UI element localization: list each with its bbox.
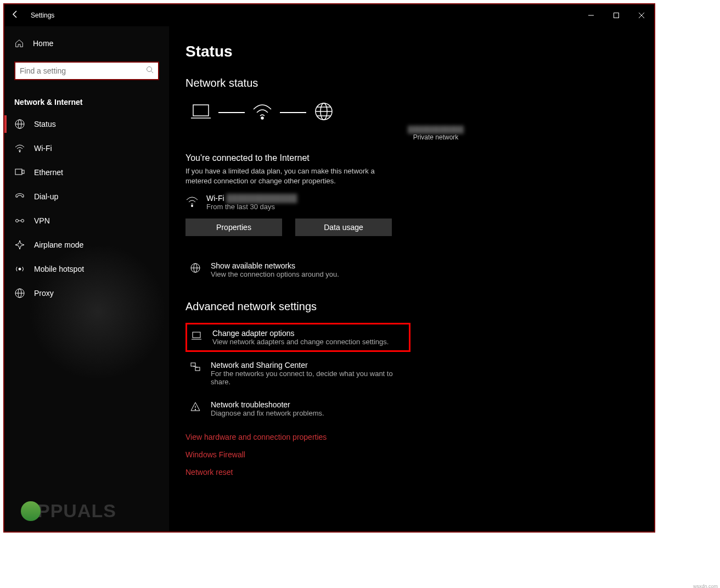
button-row: Properties Data usage <box>185 219 638 236</box>
nav-label: Dial-up <box>34 192 58 201</box>
sidebar-item-vpn[interactable]: VPN <box>4 209 169 233</box>
home-icon <box>14 38 24 48</box>
nav-label: Wi-Fi <box>34 144 52 153</box>
svg-point-12 <box>16 220 19 222</box>
svg-point-15 <box>19 268 21 270</box>
globe-icon <box>312 102 336 124</box>
svg-point-27 <box>192 205 193 206</box>
troubleshooter-option[interactable]: Network troubleshooter Diagnose and fix … <box>185 395 410 423</box>
network-status-heading: Network status <box>185 77 638 89</box>
option-sub: View the connection options around you. <box>211 270 339 278</box>
home-label: Home <box>33 39 53 48</box>
option-title: Change adapter options <box>212 329 389 338</box>
main-pane: Status Network status ████████████ Priva… <box>169 26 654 531</box>
connection-row: Wi-Fi █████████████ From the last 30 day… <box>185 194 638 211</box>
reset-link[interactable]: Network reset <box>185 468 638 477</box>
sidebar-item-proxy[interactable]: Proxy <box>4 281 169 305</box>
sidebar-item-ethernet[interactable]: Ethernet <box>4 160 169 184</box>
sidebar-item-wifi[interactable]: Wi-Fi <box>4 136 169 160</box>
svg-point-21 <box>261 117 263 119</box>
sidebar-item-hotspot[interactable]: Mobile hotspot <box>4 257 169 281</box>
watermark-logo: PPUALS <box>21 500 116 522</box>
option-title: Show available networks <box>211 261 339 270</box>
svg-rect-33 <box>191 363 195 366</box>
close-button[interactable] <box>629 4 654 26</box>
wifi-icon <box>14 143 25 154</box>
sharing-icon <box>190 361 202 375</box>
sidebar-item-airplane[interactable]: Airplane mode <box>4 233 169 257</box>
change-adapter-option[interactable]: Change adapter options View network adap… <box>185 323 410 352</box>
window-controls <box>578 4 654 26</box>
svg-line-5 <box>151 71 154 74</box>
nav-label: Proxy <box>34 289 54 298</box>
nav-label: Status <box>34 120 56 128</box>
ethernet-icon <box>14 167 25 178</box>
svg-rect-31 <box>193 332 200 338</box>
maximize-button[interactable] <box>604 4 629 26</box>
option-title: Network and Sharing Center <box>211 361 406 369</box>
connection-name: Wi-Fi <box>206 194 224 203</box>
diagram-caption: ████████████ Private network <box>234 126 638 141</box>
titlebar: Settings <box>4 4 654 26</box>
wifi-icon <box>185 195 199 210</box>
svg-point-4 <box>147 67 152 72</box>
minimize-button[interactable] <box>578 4 604 26</box>
properties-button[interactable]: Properties <box>185 219 282 236</box>
sidebar-item-dialup[interactable]: Dial-up <box>4 184 169 209</box>
svg-rect-10 <box>15 169 22 175</box>
network-diagram <box>189 102 638 124</box>
dialup-icon <box>14 191 25 202</box>
laptop-icon <box>189 102 213 124</box>
sidebar-item-status[interactable]: Status <box>4 112 169 136</box>
hardware-link[interactable]: View hardware and connection properties <box>185 433 638 441</box>
globe-icon <box>190 261 202 276</box>
nav-label: VPN <box>34 216 50 225</box>
option-sub: View network adapters and change connect… <box>212 338 389 346</box>
nav-label: Airplane mode <box>34 240 83 249</box>
warning-icon <box>190 400 202 415</box>
svg-rect-11 <box>22 170 24 173</box>
proxy-icon <box>14 288 25 299</box>
sidebar-category: Network & Internet <box>4 88 169 112</box>
svg-point-13 <box>21 220 24 222</box>
search-icon <box>146 66 154 76</box>
wifi-node-icon <box>250 102 274 124</box>
advanced-heading: Advanced network settings <box>185 300 638 313</box>
vpn-icon <box>14 215 25 226</box>
option-title: Network troubleshooter <box>211 400 324 409</box>
connected-text: If you have a limited data plan, you can… <box>185 166 389 186</box>
back-button[interactable] <box>4 10 26 21</box>
settings-window: Settings Home Network & Internet Sta <box>3 3 655 533</box>
window-title: Settings <box>26 12 54 19</box>
svg-rect-34 <box>195 367 200 371</box>
svg-rect-19 <box>193 105 209 116</box>
show-networks-option[interactable]: Show available networks View the connect… <box>185 256 410 284</box>
svg-rect-1 <box>614 13 619 18</box>
option-sub: Diagnose and fix network problems. <box>211 409 324 417</box>
option-sub: For the networks you connect to, decide … <box>211 369 406 386</box>
nav-label: Ethernet <box>34 168 63 177</box>
connection-sub: From the last 30 days <box>206 203 297 211</box>
airplane-icon <box>14 239 25 250</box>
adapter-icon <box>192 329 204 343</box>
data-usage-button[interactable]: Data usage <box>295 219 392 236</box>
firewall-link[interactable]: Windows Firewall <box>185 450 638 459</box>
sharing-center-option[interactable]: Network and Sharing Center For the netwo… <box>185 355 410 391</box>
connected-heading: You're connected to the Internet <box>185 153 638 163</box>
status-icon <box>14 119 25 130</box>
hotspot-icon <box>14 264 25 275</box>
svg-point-9 <box>19 151 20 152</box>
search-input[interactable] <box>20 66 146 75</box>
nav-label: Mobile hotspot <box>34 265 84 273</box>
search-box[interactable] <box>14 61 159 80</box>
svg-point-37 <box>195 410 196 411</box>
sidebar-home[interactable]: Home <box>4 33 169 54</box>
page-title: Status <box>185 43 638 60</box>
sidebar: Home Network & Internet Status Wi-Fi Eth… <box>4 26 169 531</box>
